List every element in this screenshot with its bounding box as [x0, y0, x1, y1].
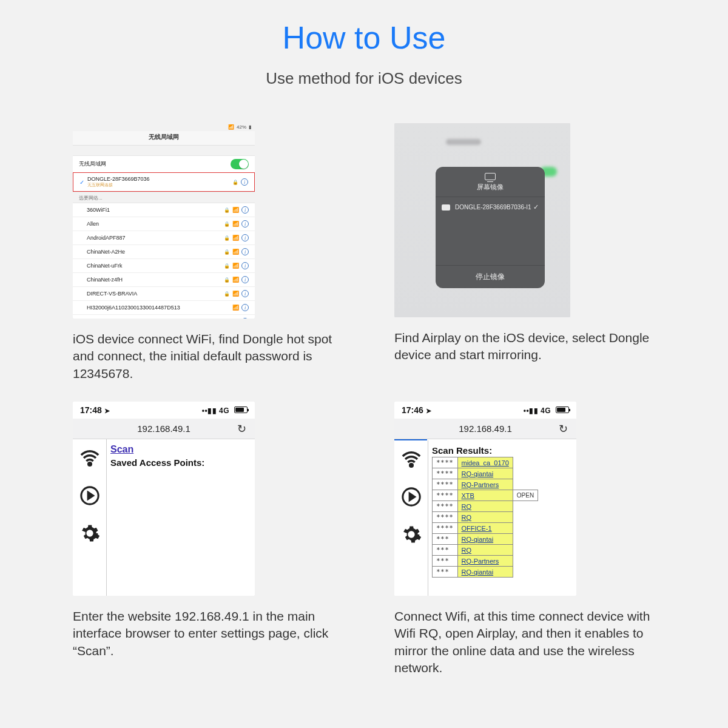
wifi-icon[interactable]: [79, 448, 100, 468]
scan-result-row: ***RQ-Partners: [433, 556, 538, 567]
scan-ssid-link[interactable]: RQ-Partners: [462, 481, 499, 488]
network-row[interactable]: DIRECT-VS-BRAVIA🔒📶i: [73, 286, 255, 300]
scan-ssid-cell[interactable]: RQ-qiantai: [457, 534, 513, 545]
lock-icon: 🔒: [232, 180, 238, 185]
signal-icon: ••▮▮: [524, 406, 538, 415]
play-icon[interactable]: [401, 487, 422, 507]
network-ssid: DIRECT-VS-BRAVIA: [87, 291, 224, 297]
scan-ssid-cell[interactable]: RQ: [457, 545, 513, 556]
step-4: 17:46 ➤ ••▮▮ 4G 192.168.49.1 ↻: [394, 402, 655, 676]
battery-icon: [556, 406, 569, 413]
address-bar[interactable]: 192.168.49.1 ↻: [73, 419, 255, 439]
scan-ssid-cell[interactable]: midea_ca_0170: [457, 457, 513, 468]
info-icon[interactable]: i: [241, 206, 249, 214]
gear-icon[interactable]: [401, 524, 422, 545]
url-text: 192.168.49.1: [459, 423, 512, 434]
open-label: OPEN: [513, 490, 538, 501]
address-bar[interactable]: 192.168.49.1 ↻: [394, 419, 576, 439]
network-row[interactable]: AndroidAPF887🔒📶i: [73, 231, 255, 244]
scan-ssid-cell[interactable]: RQ-Partners: [457, 479, 513, 490]
device-icon: [442, 204, 450, 211]
status-bar: 17:48 ➤ ••▮▮ 4G: [73, 402, 255, 419]
location-icon: ➤: [104, 407, 110, 414]
info-icon[interactable]: i: [241, 220, 249, 228]
connected-network-row[interactable]: ✓ DONGLE-28F3669B7036 无互联网连接 🔒 i: [73, 172, 255, 192]
wifi-toggle-label: 无线局域网: [79, 160, 231, 168]
config-sidebar: [394, 440, 428, 596]
scan-ssid-link[interactable]: RQ-qiantai: [462, 568, 494, 576]
reload-icon[interactable]: ↻: [559, 422, 568, 436]
connected-status: 无互联网连接: [87, 182, 232, 188]
info-icon[interactable]: i: [241, 276, 249, 283]
network-row[interactable]: HI3200125A110230013300144015I513📶i: [73, 314, 255, 318]
wifi-signal-icon: 📶: [232, 305, 239, 311]
scan-ssid-link[interactable]: XTB: [462, 492, 474, 499]
screenshot-browser-results: 17:46 ➤ ••▮▮ 4G 192.168.49.1 ↻: [394, 402, 576, 596]
info-icon[interactable]: i: [241, 178, 248, 186]
airplay-stop-button[interactable]: 停止镜像: [436, 265, 545, 288]
signal-bars: ****: [433, 457, 458, 468]
info-icon[interactable]: i: [241, 318, 249, 318]
battery-pct: 42%: [237, 124, 246, 130]
scan-ssid-cell[interactable]: RQ-qiantai: [457, 468, 513, 479]
info-icon[interactable]: i: [241, 234, 249, 241]
signal-bars: ****: [433, 523, 458, 534]
reload-icon[interactable]: ↻: [237, 422, 246, 436]
wifi-icon[interactable]: [401, 449, 422, 470]
signal-bars: ****: [433, 490, 458, 501]
network-row[interactable]: HI32000j6A11023001330014487D513📶i: [73, 300, 255, 314]
scan-result-row: ****XTBOPEN: [433, 490, 538, 501]
network-row[interactable]: ChinaNet-A2He🔒📶i: [73, 244, 255, 258]
network-ssid: ChinaNet-z4fH: [87, 277, 224, 283]
gear-icon[interactable]: [79, 523, 100, 544]
scan-ssid-cell[interactable]: OFFICE-1: [457, 523, 513, 534]
scan-ssid-link[interactable]: RQ: [462, 514, 472, 521]
play-icon[interactable]: [79, 485, 100, 506]
info-icon[interactable]: i: [241, 304, 249, 311]
scan-ssid-cell[interactable]: XTB: [457, 490, 513, 501]
signal-bars: ***: [433, 556, 458, 567]
wifi-signal-icon: 📶: [232, 207, 239, 213]
status-right: ••▮▮ 4G: [524, 405, 569, 415]
page-title: How to Use: [0, 0, 728, 56]
wifi-toggle-row[interactable]: 无线局域网: [73, 156, 255, 172]
scan-ssid-cell[interactable]: RQ-qiantai: [457, 567, 513, 578]
scan-result-row: ****RQ: [433, 501, 538, 512]
networks-list: 360WiFi1🔒📶iAllen🔒📶iAndroidAPF887🔒📶iChina…: [73, 203, 255, 318]
lock-icon: 🔒: [224, 207, 230, 213]
scan-ssid-cell[interactable]: RQ: [457, 512, 513, 523]
check-icon: ✓: [79, 179, 86, 186]
screenshot-browser-scan: 17:48 ➤ ••▮▮ 4G 192.168.49.1 ↻: [73, 402, 255, 596]
status-bar: 📶 42% ▮: [73, 123, 255, 131]
info-icon[interactable]: i: [241, 290, 249, 297]
scan-ssid-link[interactable]: RQ-qiantai: [462, 470, 494, 477]
scan-result-row: ****RQ-qiantai: [433, 468, 538, 479]
wifi-signal-icon: 📶: [232, 221, 239, 227]
signal-bars: ****: [433, 468, 458, 479]
network-row[interactable]: 360WiFi1🔒📶i: [73, 203, 255, 217]
info-icon[interactable]: i: [241, 262, 249, 269]
scan-results-table: ****midea_ca_0170****RQ-qiantai****RQ-Pa…: [432, 457, 538, 578]
scan-ssid-cell[interactable]: RQ: [457, 501, 513, 512]
info-icon[interactable]: i: [241, 248, 249, 255]
scan-ssid-link[interactable]: RQ: [462, 547, 472, 554]
scan-ssid-link[interactable]: RQ: [462, 503, 472, 510]
scan-ssid-link[interactable]: OFFICE-1: [462, 525, 492, 532]
wifi-toggle[interactable]: [231, 159, 249, 169]
lock-icon: 🔒: [224, 291, 230, 297]
connected-ssid: DONGLE-28F3669B7036: [87, 176, 150, 182]
network-label: 4G: [541, 406, 551, 415]
airplay-target-row[interactable]: DONGLE-28F3669B7036-I1 ✓: [436, 197, 545, 217]
network-row[interactable]: Allen🔒📶i: [73, 217, 255, 231]
step-2-caption: Find Airplay on the iOS device, select D…: [394, 329, 655, 364]
step-1: 📶 42% ▮ 无线局域网 无线局域网 ✓ DONGLE-28F3669B703…: [73, 123, 334, 382]
scan-link[interactable]: Scan: [110, 444, 133, 454]
scan-ssid-cell[interactable]: RQ-Partners: [457, 556, 513, 567]
scan-ssid-link[interactable]: RQ-qiantai: [462, 536, 494, 543]
network-row[interactable]: ChinaNet-uFrk🔒📶i: [73, 258, 255, 272]
url-text: 192.168.49.1: [137, 423, 190, 434]
network-row[interactable]: ChinaNet-z4fH🔒📶i: [73, 272, 255, 286]
scan-ssid-link[interactable]: RQ-Partners: [462, 558, 499, 565]
scan-ssid-link[interactable]: midea_ca_0170: [462, 459, 509, 467]
page-subtitle: Use method for iOS devices: [0, 69, 728, 88]
